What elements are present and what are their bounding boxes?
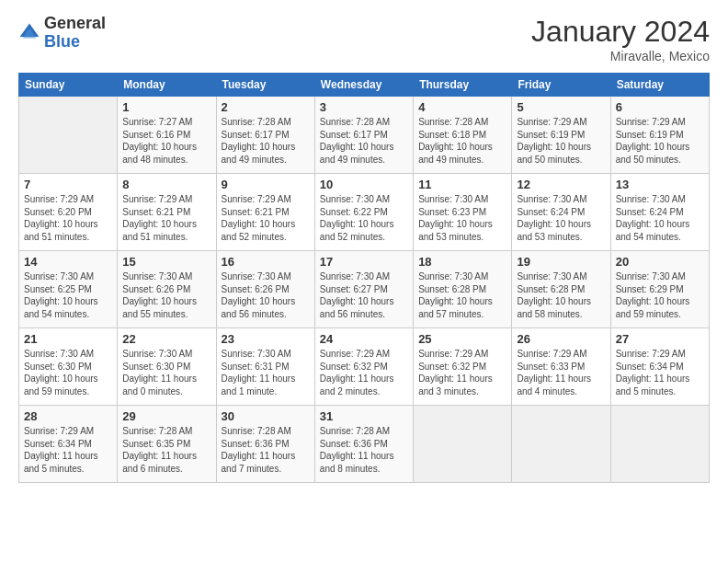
day-info: Sunrise: 7:29 AM Sunset: 6:33 PM Dayligh… (517, 348, 605, 397)
col-friday: Friday (512, 74, 610, 97)
col-monday: Monday (118, 74, 216, 97)
day-number: 9 (222, 178, 310, 191)
day-cell: 13Sunrise: 7:30 AM Sunset: 6:24 PM Dayli… (610, 174, 709, 251)
header: General Blue January 2024 Miravalle, Mex… (18, 15, 710, 63)
day-number: 2 (222, 100, 310, 114)
col-wednesday: Wednesday (314, 74, 413, 97)
day-info: Sunrise: 7:29 AM Sunset: 6:32 PM Dayligh… (418, 348, 506, 397)
logo-icon (18, 22, 40, 44)
day-cell (610, 406, 709, 483)
day-info: Sunrise: 7:27 AM Sunset: 6:16 PM Dayligh… (122, 116, 210, 166)
day-cell (19, 97, 118, 174)
day-cell: 23Sunrise: 7:30 AM Sunset: 6:31 PM Dayli… (216, 328, 314, 406)
day-cell: 12Sunrise: 7:30 AM Sunset: 6:24 PM Dayli… (512, 174, 610, 251)
day-number: 3 (320, 100, 408, 114)
col-thursday: Thursday (414, 74, 512, 97)
calendar-table: Sunday Monday Tuesday Wednesday Thursday… (18, 73, 710, 483)
day-number: 27 (616, 332, 704, 346)
logo-blue: Blue (44, 33, 106, 52)
day-info: Sunrise: 7:30 AM Sunset: 6:26 PM Dayligh… (122, 270, 210, 320)
col-saturday: Saturday (610, 74, 709, 97)
day-info: Sunrise: 7:30 AM Sunset: 6:25 PM Dayligh… (24, 270, 112, 320)
day-info: Sunrise: 7:28 AM Sunset: 6:18 PM Dayligh… (418, 116, 506, 166)
calendar-body: 1Sunrise: 7:27 AM Sunset: 6:16 PM Daylig… (19, 97, 710, 483)
day-cell: 29Sunrise: 7:28 AM Sunset: 6:35 PM Dayli… (118, 406, 216, 483)
day-info: Sunrise: 7:30 AM Sunset: 6:28 PM Dayligh… (517, 270, 605, 320)
day-cell (512, 406, 610, 483)
subtitle: Miravalle, Mexico (531, 49, 710, 63)
week-row-3: 14Sunrise: 7:30 AM Sunset: 6:25 PM Dayli… (19, 251, 710, 328)
day-info: Sunrise: 7:29 AM Sunset: 6:34 PM Dayligh… (616, 348, 704, 397)
header-row: Sunday Monday Tuesday Wednesday Thursday… (19, 74, 710, 97)
day-cell: 14Sunrise: 7:30 AM Sunset: 6:25 PM Dayli… (19, 251, 118, 328)
day-info: Sunrise: 7:30 AM Sunset: 6:31 PM Dayligh… (222, 348, 310, 397)
day-cell: 4Sunrise: 7:28 AM Sunset: 6:18 PM Daylig… (414, 97, 512, 174)
day-number: 21 (24, 332, 112, 346)
day-cell: 21Sunrise: 7:30 AM Sunset: 6:30 PM Dayli… (19, 328, 118, 406)
day-cell: 20Sunrise: 7:30 AM Sunset: 6:29 PM Dayli… (610, 251, 709, 328)
day-number: 11 (418, 178, 506, 191)
day-cell: 31Sunrise: 7:28 AM Sunset: 6:36 PM Dayli… (314, 406, 413, 483)
day-info: Sunrise: 7:30 AM Sunset: 6:30 PM Dayligh… (24, 348, 112, 397)
day-cell: 18Sunrise: 7:30 AM Sunset: 6:28 PM Dayli… (414, 251, 512, 328)
day-number: 10 (320, 178, 408, 191)
day-cell: 15Sunrise: 7:30 AM Sunset: 6:26 PM Dayli… (118, 251, 216, 328)
day-number: 24 (320, 332, 408, 346)
day-info: Sunrise: 7:28 AM Sunset: 6:36 PM Dayligh… (320, 425, 408, 475)
day-info: Sunrise: 7:30 AM Sunset: 6:24 PM Dayligh… (517, 193, 605, 243)
logo-text: General Blue (44, 15, 106, 52)
day-number: 8 (122, 178, 210, 191)
day-info: Sunrise: 7:28 AM Sunset: 6:36 PM Dayligh… (222, 425, 310, 475)
day-info: Sunrise: 7:30 AM Sunset: 6:30 PM Dayligh… (122, 348, 210, 397)
day-info: Sunrise: 7:30 AM Sunset: 6:22 PM Dayligh… (320, 193, 408, 243)
day-number: 5 (517, 100, 605, 114)
day-cell: 27Sunrise: 7:29 AM Sunset: 6:34 PM Dayli… (610, 328, 709, 406)
day-info: Sunrise: 7:30 AM Sunset: 6:24 PM Dayligh… (616, 193, 704, 243)
day-number: 22 (122, 332, 210, 346)
day-number: 16 (222, 255, 310, 269)
day-info: Sunrise: 7:29 AM Sunset: 6:19 PM Dayligh… (517, 116, 605, 166)
day-cell: 22Sunrise: 7:30 AM Sunset: 6:30 PM Dayli… (118, 328, 216, 406)
day-number: 4 (418, 100, 506, 114)
day-number: 15 (122, 255, 210, 269)
day-number: 6 (616, 100, 704, 114)
day-number: 14 (24, 255, 112, 269)
day-number: 1 (122, 100, 210, 114)
day-cell: 5Sunrise: 7:29 AM Sunset: 6:19 PM Daylig… (512, 97, 610, 174)
day-number: 12 (517, 178, 605, 191)
day-info: Sunrise: 7:28 AM Sunset: 6:17 PM Dayligh… (320, 116, 408, 166)
day-info: Sunrise: 7:30 AM Sunset: 6:28 PM Dayligh… (418, 270, 506, 320)
day-cell: 6Sunrise: 7:29 AM Sunset: 6:19 PM Daylig… (610, 97, 709, 174)
day-number: 30 (222, 409, 310, 423)
logo: General Blue (18, 15, 106, 52)
day-cell: 8Sunrise: 7:29 AM Sunset: 6:21 PM Daylig… (118, 174, 216, 251)
day-number: 19 (517, 255, 605, 269)
day-cell: 19Sunrise: 7:30 AM Sunset: 6:28 PM Dayli… (512, 251, 610, 328)
col-sunday: Sunday (19, 74, 118, 97)
day-info: Sunrise: 7:29 AM Sunset: 6:19 PM Dayligh… (616, 116, 704, 166)
day-info: Sunrise: 7:30 AM Sunset: 6:26 PM Dayligh… (222, 270, 310, 320)
day-info: Sunrise: 7:29 AM Sunset: 6:32 PM Dayligh… (320, 348, 408, 397)
day-info: Sunrise: 7:29 AM Sunset: 6:34 PM Dayligh… (24, 425, 112, 475)
day-number: 7 (24, 178, 112, 191)
week-row-4: 21Sunrise: 7:30 AM Sunset: 6:30 PM Dayli… (19, 328, 710, 406)
day-info: Sunrise: 7:28 AM Sunset: 6:35 PM Dayligh… (122, 425, 210, 475)
day-info: Sunrise: 7:29 AM Sunset: 6:20 PM Dayligh… (24, 193, 112, 243)
day-cell: 24Sunrise: 7:29 AM Sunset: 6:32 PM Dayli… (314, 328, 413, 406)
day-number: 13 (616, 178, 704, 191)
calendar-header: Sunday Monday Tuesday Wednesday Thursday… (19, 74, 710, 97)
day-cell (414, 406, 512, 483)
week-row-5: 28Sunrise: 7:29 AM Sunset: 6:34 PM Dayli… (19, 406, 710, 483)
day-cell: 3Sunrise: 7:28 AM Sunset: 6:17 PM Daylig… (314, 97, 413, 174)
day-info: Sunrise: 7:29 AM Sunset: 6:21 PM Dayligh… (122, 193, 210, 243)
day-cell: 17Sunrise: 7:30 AM Sunset: 6:27 PM Dayli… (314, 251, 413, 328)
day-cell: 1Sunrise: 7:27 AM Sunset: 6:16 PM Daylig… (118, 97, 216, 174)
day-cell: 10Sunrise: 7:30 AM Sunset: 6:22 PM Dayli… (314, 174, 413, 251)
day-info: Sunrise: 7:30 AM Sunset: 6:29 PM Dayligh… (616, 270, 704, 320)
day-number: 17 (320, 255, 408, 269)
day-cell: 30Sunrise: 7:28 AM Sunset: 6:36 PM Dayli… (216, 406, 314, 483)
day-cell: 11Sunrise: 7:30 AM Sunset: 6:23 PM Dayli… (414, 174, 512, 251)
col-tuesday: Tuesday (216, 74, 314, 97)
day-number: 28 (24, 409, 112, 423)
day-info: Sunrise: 7:30 AM Sunset: 6:27 PM Dayligh… (320, 270, 408, 320)
